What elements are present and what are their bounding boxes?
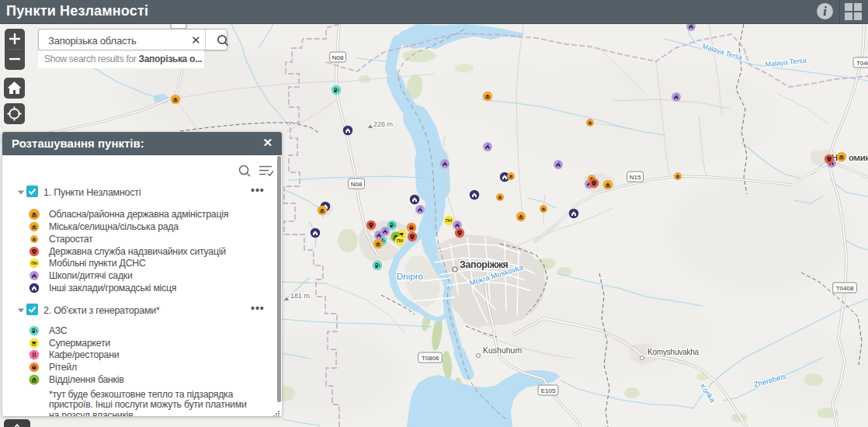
svg-text:N08: N08 [351,181,363,188]
svg-text:омиколаї: омиколаї [849,153,868,162]
svg-text:Dnipro: Dnipro [397,272,423,281]
svg-text:N08: N08 [332,54,344,61]
svg-text:226 m: 226 m [373,120,393,128]
svg-text:Kushuhum: Kushuhum [483,345,522,355]
svg-text:181 m: 181 m [290,292,310,300]
svg-text:T0806: T0806 [422,355,439,362]
svg-text:Komyshuvakha: Komyshuvakha [648,348,700,356]
svg-text:T0408: T0408 [836,285,854,292]
svg-text:T040: T040 [856,60,868,67]
svg-text:N15: N15 [630,174,641,181]
svg-text:E105: E105 [541,387,556,394]
